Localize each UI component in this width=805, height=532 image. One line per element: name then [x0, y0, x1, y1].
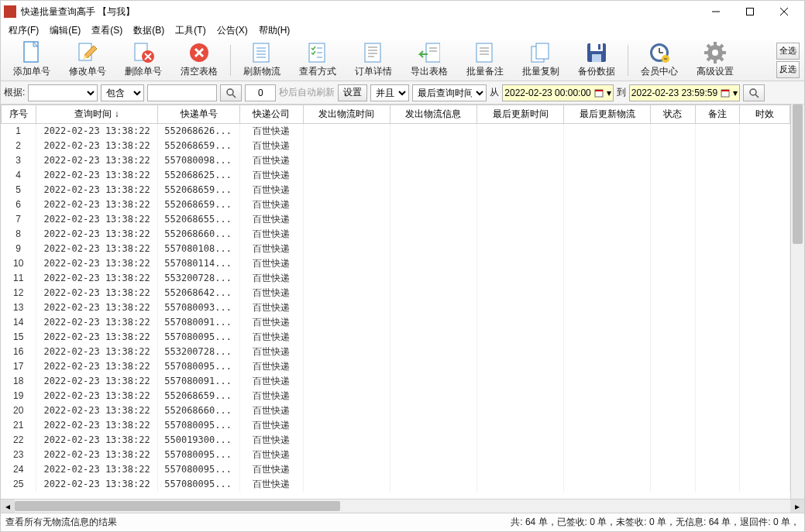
table-row[interactable]: 152022-02-23 13:38:22557080095...百世快递 [2, 330, 790, 345]
scroll-thumb[interactable] [793, 105, 803, 244]
col-lasttime[interactable]: 最后更新时间 [477, 105, 564, 124]
table-row[interactable]: 22022-02-23 13:38:22552068659...百世快递 [2, 139, 790, 153]
table-row[interactable]: 252022-02-23 13:38:22557080095...百世快递 [2, 477, 790, 492]
data-table: 序号 查询时间 ↓ 快递单号 快递公司 发出物流时间 发出物流信息 最后更新时间… [1, 105, 790, 492]
vertical-scrollbar[interactable] [790, 105, 804, 499]
modify-button[interactable]: 修改单号 [60, 41, 115, 80]
settings-button[interactable]: 设置 [338, 84, 367, 101]
chevron-down-icon: ▾ [733, 88, 738, 98]
menu-data[interactable]: 数据(B) [129, 22, 169, 39]
close-button[interactable] [767, 1, 801, 22]
delete-button[interactable]: 删除单号 [115, 41, 171, 80]
table-row[interactable]: 112022-02-23 13:38:22553200728...百世快递 [2, 271, 790, 286]
table-row[interactable]: 232022-02-23 13:38:22557080095...百世快递 [2, 448, 790, 462]
export-button[interactable]: 导出表格 [401, 41, 457, 80]
table-row[interactable]: 202022-02-23 13:38:22552068660...百世快递 [2, 403, 790, 418]
table-row[interactable]: 222022-02-23 13:38:22550019300...百世快递 [2, 433, 790, 448]
cell-seq: 6 [2, 197, 36, 212]
scroll-left-arrow[interactable]: ◂ [1, 499, 15, 513]
cell-seq: 16 [2, 345, 36, 359]
menu-tools[interactable]: 工具(T) [170, 22, 210, 39]
backup-button[interactable]: 备份数据 [569, 41, 624, 80]
table-row[interactable]: 132022-02-23 13:38:22557080093...百世快递 [2, 300, 790, 315]
batchcopy-button[interactable]: 批量复制 [513, 41, 569, 80]
cell-trackno: 552068659... [158, 389, 240, 403]
cell-trackno: 557080091... [158, 374, 240, 389]
col-qtime[interactable]: 查询时间 ↓ [36, 105, 157, 124]
cell-trackno: 552068625... [158, 168, 240, 183]
date-from-picker[interactable]: 2022-02-23 00:00:00▾ [502, 84, 613, 101]
invert-selection-button[interactable]: 反选 [776, 61, 800, 78]
cell-company: 百世快递 [240, 359, 304, 374]
search-button-2[interactable] [743, 84, 765, 101]
menu-notice[interactable]: 公告(X) [212, 22, 253, 39]
table-row[interactable]: 32022-02-23 13:38:22557080098...百世快递 [2, 153, 790, 168]
search-button[interactable] [220, 84, 242, 101]
scroll-right-arrow[interactable]: ▸ [790, 499, 804, 513]
search-icon [225, 88, 236, 98]
maximize-button[interactable] [733, 1, 767, 22]
cell-company: 百世快递 [240, 448, 304, 462]
table-row[interactable]: 12022-02-23 13:38:22552068626...百世快递 [2, 124, 790, 139]
table-row[interactable]: 182022-02-23 13:38:22557080091...百世快递 [2, 374, 790, 389]
detail-button[interactable]: 订单详情 [346, 41, 401, 80]
table-row[interactable]: 42022-02-23 13:38:22552068625...百世快递 [2, 168, 790, 183]
timefield-select[interactable]: 最后查询时间 [412, 84, 487, 101]
table-row[interactable]: 72022-02-23 13:38:22552068655...百世快递 [2, 212, 790, 227]
col-timeliness[interactable]: 时效 [739, 105, 790, 124]
col-senttime[interactable]: 发出物流时间 [303, 105, 390, 124]
menu-program[interactable]: 程序(F) [4, 22, 43, 39]
col-lastinfo[interactable]: 最后更新物流 [564, 105, 651, 124]
cell-company: 百世快递 [240, 315, 304, 330]
clear-button[interactable]: 清空表格 [171, 41, 227, 80]
advanced-button[interactable]: 高级设置 [687, 41, 743, 80]
cell-qtime: 2022-02-23 13:38:22 [36, 168, 157, 183]
table-row[interactable]: 172022-02-23 13:38:22557080095...百世快递 [2, 359, 790, 374]
table-row[interactable]: 192022-02-23 13:38:22552068659...百世快递 [2, 389, 790, 403]
table-row[interactable]: 92022-02-23 13:38:22557080108...百世快递 [2, 242, 790, 256]
col-seq[interactable]: 序号 [2, 105, 36, 124]
table-row[interactable]: 82022-02-23 13:38:22552068660...百世快递 [2, 227, 790, 242]
table-row[interactable]: 62022-02-23 13:38:22552068659...百世快递 [2, 197, 790, 212]
refresh-button[interactable]: 刷新物流 [234, 41, 290, 80]
menu-edit[interactable]: 编辑(E) [45, 22, 85, 39]
col-remark[interactable]: 备注 [695, 105, 739, 124]
member-button[interactable]: 会员中心 [631, 41, 687, 80]
menu-view[interactable]: 查看(S) [87, 22, 127, 39]
col-status[interactable]: 状态 [651, 105, 695, 124]
svg-line-52 [707, 45, 710, 48]
table-row[interactable]: 102022-02-23 13:38:22557080114...百世快递 [2, 256, 790, 271]
minimize-button[interactable] [699, 1, 733, 22]
svg-rect-30 [476, 43, 492, 62]
contain-select[interactable]: 包含 [101, 84, 144, 101]
cell-trackno: 550019300... [158, 433, 240, 448]
table-row[interactable]: 52022-02-23 13:38:22552068659...百世快递 [2, 183, 790, 197]
col-trackno[interactable]: 快递单号 [158, 105, 240, 124]
col-company[interactable]: 快递公司 [240, 105, 304, 124]
table-row[interactable]: 212022-02-23 13:38:22557080095...百世快递 [2, 418, 790, 433]
date-to-picker[interactable]: 2022-02-23 23:59:59▾ [629, 84, 740, 101]
keyword-input[interactable] [147, 84, 217, 101]
col-sentinfo[interactable]: 发出物流信息 [390, 105, 476, 124]
cell-seq: 22 [2, 433, 36, 448]
note-icon [474, 42, 496, 63]
table-row[interactable]: 162022-02-23 13:38:22553200728...百世快递 [2, 345, 790, 359]
table-row[interactable]: 242022-02-23 13:38:22557080095...百世快递 [2, 462, 790, 477]
cell-trackno: 557080091... [158, 315, 240, 330]
search-icon [748, 88, 759, 98]
menu-help[interactable]: 帮助(H) [254, 22, 295, 39]
batchnote-button[interactable]: 批量备注 [457, 41, 513, 80]
cell-company: 百世快递 [240, 197, 304, 212]
method-button[interactable]: 查看方式 [290, 41, 346, 80]
horizontal-scrollbar[interactable]: ◂ ▸ [1, 499, 804, 513]
seconds-input[interactable] [245, 84, 276, 101]
gear-icon [704, 42, 726, 63]
logic-select[interactable]: 并且 [370, 84, 409, 101]
select-all-button[interactable]: 全选 [776, 43, 800, 60]
add-button[interactable]: 添加单号 [4, 41, 60, 80]
table-row[interactable]: 122022-02-23 13:38:22552068642...百世快递 [2, 286, 790, 300]
basis-select[interactable] [28, 84, 98, 101]
scroll-thumb[interactable] [15, 501, 340, 511]
table-row[interactable]: 142022-02-23 13:38:22557080091...百世快递 [2, 315, 790, 330]
cell-trackno: 557080093... [158, 300, 240, 315]
